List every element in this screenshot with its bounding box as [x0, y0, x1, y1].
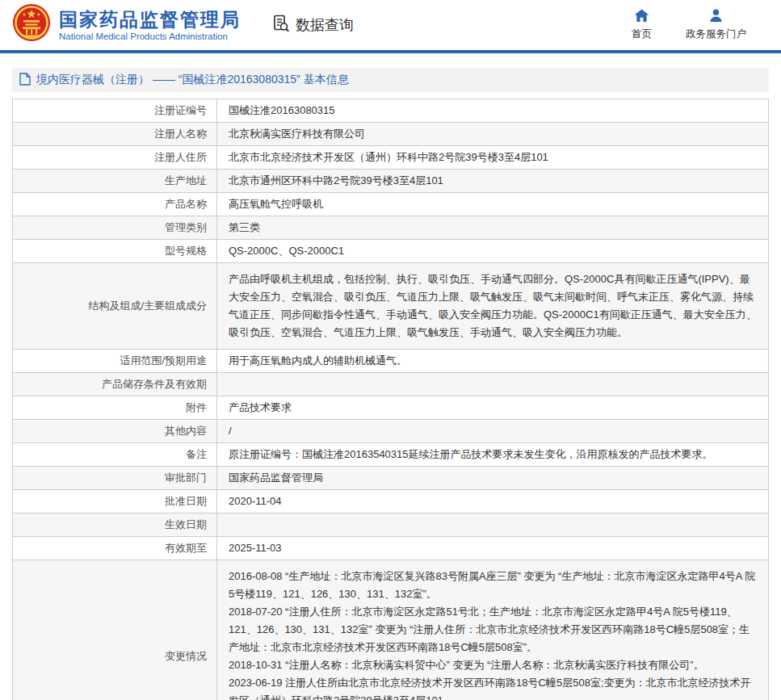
data-query-label: 数据查询 [296, 15, 354, 35]
table-row: 变更情况 2016-08-08 “生产地址：北京市海淀区复兴路83号附属A座三层… [13, 560, 769, 700]
registration-table: 注册证编号 国械注准20163080315 注册人名称 北京秋满实医疗科技有限公… [12, 99, 769, 700]
row-value: 北京秋满实医疗科技有限公司 [217, 123, 769, 146]
table-row: 批准日期 2020-11-04 [13, 490, 769, 513]
row-label: 适用范围/预期用途 [13, 350, 217, 373]
row-label: 注册证编号 [13, 99, 217, 123]
row-value: QS-2000C、QS-2000C1 [217, 240, 769, 263]
nav-home-label: 首页 [632, 27, 652, 41]
row-value: 2020-11-04 [217, 490, 769, 513]
table-row: 有效期至 2025-11-03 [13, 537, 769, 560]
breadcrumb: 境内医疗器械（注册） —— “国械注准20163080315” 基本信息 [12, 68, 769, 92]
document-search-icon [271, 14, 291, 37]
row-value: 用于高压氧舱内成人的辅助机械通气。 [217, 350, 769, 373]
table-row: 适用范围/预期用途 用于高压氧舱内成人的辅助机械通气。 [13, 350, 769, 373]
table-row: 注册证编号 国械注准20163080315 [13, 99, 769, 123]
table-row: 型号规格 QS-2000C、QS-2000C1 [13, 240, 769, 263]
brand-title: 国家药品监督管理局 [59, 9, 241, 30]
row-label: 其他内容 [13, 420, 217, 443]
row-value: 高压氧舱气控呼吸机 [217, 193, 769, 216]
table-row: 审批部门 国家药品监督管理局 [13, 467, 769, 490]
nav-home[interactable]: 首页 [632, 9, 652, 41]
row-label: 变更情况 [13, 560, 217, 700]
row-label: 附件 [13, 396, 217, 420]
row-label: 批准日期 [13, 490, 217, 513]
home-icon [634, 9, 649, 25]
row-value [217, 373, 769, 396]
page-icon [19, 73, 31, 88]
row-value: 原注册证编号：国械注准20163540315延续注册产品技术要求未发生变化，沿用… [217, 443, 769, 467]
app-header: 国家药品监督管理局 National Medical Products Admi… [0, 0, 781, 50]
row-value [217, 513, 769, 537]
row-value: 产品由呼吸机主机组成，包括控制、执行、吸引负压、手动通气四部分。QS-2000C… [217, 263, 769, 350]
row-value: 北京市通州区环科中路2号院39号楼3至4层101 [217, 170, 769, 193]
row-value: / [217, 420, 769, 443]
table-row: 注册人住所 北京市北京经济技术开发区（通州）环科中路2号院39号楼3至4层101 [13, 146, 769, 170]
table-row: 生效日期 [13, 513, 769, 537]
brand-subtitle: National Medical Products Administration [59, 31, 241, 41]
nav-portal[interactable]: 政务服务门户 [686, 9, 746, 41]
data-query-section[interactable]: 数据查询 [271, 14, 354, 37]
row-value: 2025-11-03 [217, 537, 769, 560]
table-row: 管理类别 第三类 [13, 216, 769, 240]
table-row: 备注 原注册证编号：国械注准20163540315延续注册产品技术要求未发生变化… [13, 443, 769, 467]
row-label: 注册人名称 [13, 123, 217, 146]
row-value: 2016-08-08 “生产地址：北京市海淀区复兴路83号附属A座三层” 变更为… [217, 560, 769, 700]
table-row: 产品名称 高压氧舱气控呼吸机 [13, 193, 769, 216]
user-icon [708, 9, 724, 25]
row-label: 产品名称 [13, 193, 217, 216]
row-label: 生产地址 [13, 170, 217, 193]
header-nav: 首页 政务服务门户 [632, 9, 769, 41]
row-label: 管理类别 [13, 216, 217, 240]
table-row: 附件 产品技术要求 [13, 396, 769, 420]
breadcrumb-text: 境内医疗器械（注册） —— “国械注准20163080315” 基本信息 [36, 73, 349, 87]
table-row: 产品储存条件及有效期 [13, 373, 769, 396]
table-row: 注册人名称 北京秋满实医疗科技有限公司 [13, 123, 769, 146]
header-divider-bar [0, 50, 781, 53]
row-label: 生效日期 [13, 513, 217, 537]
nav-portal-label: 政务服务门户 [686, 27, 746, 41]
nmpa-emblem-logo [12, 2, 51, 48]
row-label: 备注 [13, 443, 217, 467]
row-value: 第三类 [217, 216, 769, 240]
table-row: 其他内容 / [13, 420, 769, 443]
row-value: 国械注准20163080315 [217, 99, 769, 123]
table-row: 生产地址 北京市通州区环科中路2号院39号楼3至4层101 [13, 170, 769, 193]
row-label: 产品储存条件及有效期 [13, 373, 217, 396]
row-label: 注册人住所 [13, 146, 217, 170]
row-value: 国家药品监督管理局 [217, 467, 769, 490]
table-row: 结构及组成/主要组成成分 产品由呼吸机主机组成，包括控制、执行、吸引负压、手动通… [13, 263, 769, 350]
brand: 国家药品监督管理局 National Medical Products Admi… [12, 2, 241, 48]
brand-text: 国家药品监督管理局 National Medical Products Admi… [59, 9, 241, 41]
row-label: 有效期至 [13, 537, 217, 560]
row-value: 北京市北京经济技术开发区（通州）环科中路2号院39号楼3至4层101 [217, 146, 769, 170]
row-label: 结构及组成/主要组成成分 [13, 263, 217, 350]
row-label: 审批部门 [13, 467, 217, 490]
row-label: 型号规格 [13, 240, 217, 263]
row-value: 产品技术要求 [217, 396, 769, 420]
